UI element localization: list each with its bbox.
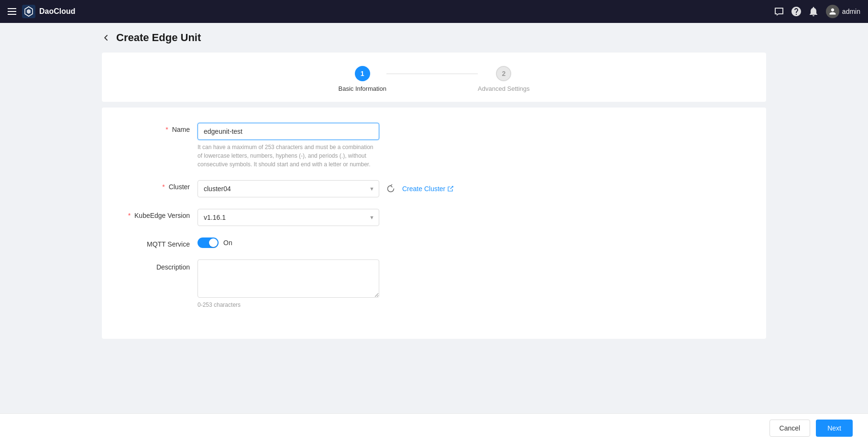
description-row: Description 0-253 characters bbox=[102, 259, 766, 308]
next-button[interactable]: Next bbox=[816, 420, 853, 437]
description-label: Description bbox=[121, 259, 198, 271]
step-1-label: Basic Information bbox=[339, 85, 386, 92]
cluster-actions: cluster04 cluster01 cluster02 cluster03 … bbox=[198, 180, 454, 197]
description-control: 0-253 characters bbox=[198, 259, 379, 308]
kubeedge-select-container: v1.16.1 v1.15.0 v1.14.0 ▼ bbox=[198, 209, 379, 226]
toggle-knob bbox=[209, 238, 218, 247]
footer: Cancel Next bbox=[0, 413, 868, 442]
step-connector bbox=[386, 74, 478, 74]
refresh-button[interactable] bbox=[383, 181, 398, 196]
cluster-label: * Cluster bbox=[121, 180, 198, 191]
mqtt-label: MQTT Service bbox=[121, 237, 198, 248]
steps-container: 1 Basic Information 2 Advanced Settings bbox=[339, 66, 530, 92]
logo-text: DaoCloud bbox=[39, 7, 76, 16]
step-2-label: Advanced Settings bbox=[478, 85, 529, 92]
name-hint: It can have a maximum of 253 characters … bbox=[198, 143, 379, 169]
steps-card: 1 Basic Information 2 Advanced Settings bbox=[102, 53, 766, 102]
step-1: 1 Basic Information bbox=[339, 66, 386, 92]
step-2-circle: 2 bbox=[496, 66, 511, 81]
name-control: It can have a maximum of 253 characters … bbox=[198, 123, 379, 169]
page-title: Create Edge Unit bbox=[116, 32, 201, 44]
create-cluster-link[interactable]: Create Cluster bbox=[402, 185, 454, 193]
name-input[interactable] bbox=[198, 123, 379, 140]
description-input[interactable] bbox=[198, 259, 379, 298]
notification-icon[interactable] bbox=[809, 7, 818, 16]
kubeedge-select[interactable]: v1.16.1 v1.15.0 v1.14.0 bbox=[198, 209, 379, 226]
step-1-circle: 1 bbox=[355, 66, 370, 81]
cluster-row: * Cluster cluster04 cluster01 cluster02 … bbox=[102, 180, 766, 197]
description-hint: 0-253 characters bbox=[198, 302, 379, 308]
user-avatar bbox=[826, 5, 839, 18]
navbar-actions: admin bbox=[774, 5, 860, 18]
step-2: 2 Advanced Settings bbox=[478, 66, 529, 92]
logo: DaoCloud bbox=[22, 5, 76, 18]
cluster-select-container: cluster04 cluster01 cluster02 cluster03 … bbox=[198, 180, 379, 197]
mqtt-row: MQTT Service On bbox=[102, 237, 766, 248]
content-area: 1 Basic Information 2 Advanced Settings … bbox=[0, 53, 868, 377]
mqtt-toggle[interactable] bbox=[198, 237, 219, 248]
form-card: * Name It can have a maximum of 253 char… bbox=[102, 108, 766, 339]
page-header: Create Edge Unit bbox=[0, 23, 868, 53]
hamburger-menu[interactable] bbox=[8, 8, 16, 15]
user-menu[interactable]: admin bbox=[826, 5, 860, 18]
kubeedge-row: * KubeEdge Version v1.16.1 v1.15.0 v1.14… bbox=[102, 209, 766, 226]
cluster-select[interactable]: cluster04 cluster01 cluster02 cluster03 bbox=[198, 180, 379, 197]
name-row: * Name It can have a maximum of 253 char… bbox=[102, 123, 766, 169]
cancel-button[interactable]: Cancel bbox=[769, 420, 811, 437]
kubeedge-label: * KubeEdge Version bbox=[121, 209, 198, 219]
user-name: admin bbox=[842, 8, 860, 15]
help-icon[interactable] bbox=[791, 7, 801, 16]
navbar: DaoCloud admin bbox=[0, 0, 868, 23]
back-button[interactable] bbox=[102, 33, 110, 42]
message-icon[interactable] bbox=[774, 7, 784, 16]
mqtt-control: On bbox=[198, 237, 232, 248]
mqtt-toggle-label: On bbox=[223, 239, 232, 247]
name-label: * Name bbox=[121, 123, 198, 133]
